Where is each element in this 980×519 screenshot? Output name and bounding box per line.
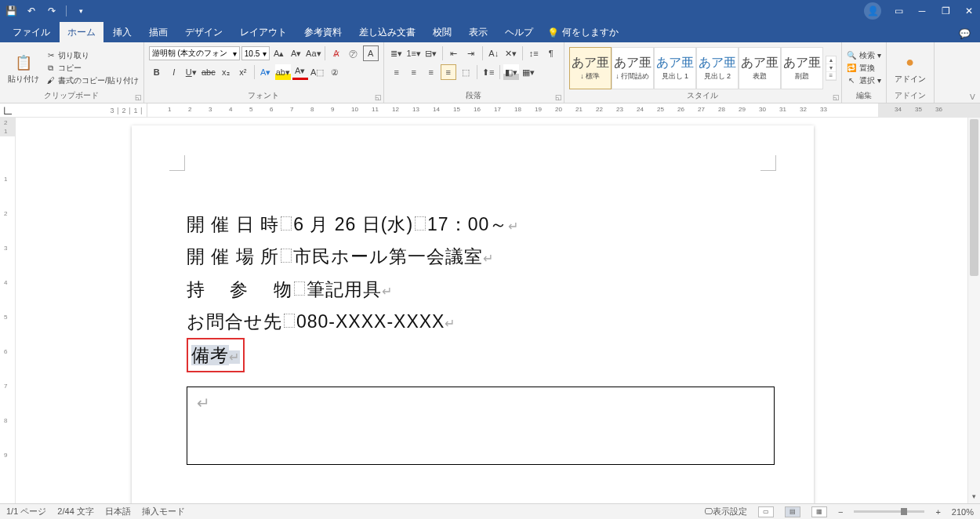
vertical-scrollbar[interactable]: ▴ ▾ — [967, 118, 980, 503]
close-icon[interactable]: ✕ — [963, 5, 975, 17]
tab-review[interactable]: 校閲 — [425, 22, 459, 42]
doc-line[interactable]: 備考↵ — [187, 338, 759, 372]
paragraph-launcher-icon[interactable]: ◱ — [555, 93, 562, 101]
tab-insert[interactable]: 挿入 — [105, 22, 140, 42]
char-shading-icon[interactable]: A⬚ — [310, 64, 325, 80]
style-card[interactable]: あア亜見出し 2 — [696, 47, 739, 89]
save-icon[interactable]: 💾 — [5, 5, 17, 17]
font-family-combo[interactable]: 游明朝 (本文のフォン▾ — [149, 46, 240, 60]
customize-qat-icon[interactable]: ▾ — [74, 5, 87, 17]
superscript-button[interactable]: x² — [235, 64, 251, 80]
status-page[interactable]: 1/1 ページ — [6, 506, 46, 517]
paste-button[interactable]: 📋 貼り付け — [5, 50, 42, 86]
web-layout-icon[interactable]: ▦ — [811, 506, 827, 517]
shrink-font-icon[interactable]: A▾ — [289, 45, 304, 61]
align-center-icon[interactable]: ≡ — [406, 64, 422, 80]
tab-design[interactable]: デザイン — [177, 22, 230, 42]
status-words[interactable]: 2/44 文字 — [57, 506, 93, 517]
read-mode-icon[interactable]: ▭ — [758, 506, 774, 517]
subscript-button[interactable]: x₂ — [218, 64, 234, 80]
align-justify-icon[interactable]: ≡ — [441, 64, 456, 80]
status-language[interactable]: 日本語 — [105, 506, 131, 517]
collapse-ribbon-icon[interactable]: ᐯ — [970, 93, 975, 101]
style-card[interactable]: あア亜副題 — [781, 47, 823, 89]
phonetic-icon[interactable]: ㋐ — [346, 45, 361, 61]
minimize-icon[interactable]: ─ — [916, 5, 928, 17]
clipboard-launcher-icon[interactable]: ◱ — [135, 93, 142, 101]
redo-icon[interactable]: ↷ — [45, 5, 58, 17]
scroll-down-icon[interactable]: ▾ — [968, 492, 980, 503]
doc-line[interactable]: 持 参 物筆記用具↵ — [187, 274, 759, 306]
zoom-slider[interactable] — [854, 510, 924, 513]
text-effects-icon[interactable]: A▾ — [258, 64, 274, 80]
distribute-icon[interactable]: ⬚ — [458, 64, 474, 80]
restore-icon[interactable]: ❐ — [939, 5, 952, 17]
clear-format-icon[interactable]: A̷ — [328, 45, 344, 61]
text-frame[interactable]: ↵ — [187, 387, 775, 465]
tab-references[interactable]: 参考資料 — [296, 22, 350, 42]
asian-layout-icon[interactable]: ✕▾ — [503, 45, 519, 61]
undo-icon[interactable]: ↶ — [25, 5, 38, 17]
account-icon[interactable]: 👤 — [864, 2, 881, 20]
underline-button[interactable]: U▾ — [183, 64, 199, 80]
tab-draw[interactable]: 描画 — [141, 22, 176, 42]
format-painter-button[interactable]: 🖌書式のコピー/貼り付け — [45, 75, 139, 86]
find-button[interactable]: 🔍検索▾ — [847, 50, 881, 61]
indent-dec-icon[interactable]: ⇤ — [446, 45, 462, 61]
align-right-icon[interactable]: ≡ — [423, 64, 439, 80]
sort-icon[interactable]: A↓ — [486, 45, 502, 61]
show-marks-icon[interactable]: ¶ — [543, 45, 559, 61]
tab-selector-icon[interactable]: ∟ — [0, 103, 16, 117]
zoom-out-icon[interactable]: − — [838, 507, 843, 517]
italic-button[interactable]: I — [166, 64, 182, 80]
indent-top-icon[interactable]: ⬆≡ — [481, 64, 496, 80]
tab-help[interactable]: ヘルプ — [497, 22, 541, 42]
tab-layout[interactable]: レイアウト — [232, 22, 295, 42]
numbering-icon[interactable]: 1≡▾ — [406, 45, 422, 61]
styles-launcher-icon[interactable]: ◱ — [833, 93, 840, 101]
copy-button[interactable]: ⧉コピー — [45, 63, 139, 74]
doc-line[interactable]: 開 催 日 時6 月 26 日(水)17：00～↵ — [187, 209, 759, 241]
font-size-combo[interactable]: 10.5▾ — [241, 46, 270, 60]
share-icon[interactable]: 💬 — [959, 28, 971, 39]
align-left-icon[interactable]: ≡ — [389, 64, 405, 80]
bold-button[interactable]: B — [149, 64, 165, 80]
indent-inc-icon[interactable]: ⇥ — [463, 45, 479, 61]
tell-me[interactable]: 💡 何をしますか — [547, 26, 619, 42]
highlight-icon[interactable]: ab▾ — [275, 64, 291, 80]
vertical-ruler[interactable]: 21123456789 — [0, 118, 16, 503]
multilevel-icon[interactable]: ⊟▾ — [423, 45, 439, 61]
select-button[interactable]: ↖選択▾ — [847, 75, 881, 86]
borders-icon[interactable]: ▦▾ — [521, 64, 536, 80]
doc-line[interactable]: お問合せ先080-XXXX-XXXX↵ — [187, 306, 759, 338]
status-mode[interactable]: 挿入モード — [142, 506, 185, 517]
display-settings-button[interactable]: 🖵表示設定 — [704, 506, 747, 517]
enclose-char-icon[interactable]: ② — [327, 64, 343, 80]
tab-file[interactable]: ファイル — [5, 22, 58, 42]
zoom-level[interactable]: 210% — [952, 507, 974, 517]
char-border-icon[interactable]: A — [363, 45, 379, 61]
zoom-knob[interactable] — [901, 508, 907, 515]
print-layout-icon[interactable]: ▤ — [785, 506, 800, 517]
horizontal-ruler[interactable]: 1234567891011121314151617181920212223242… — [147, 103, 980, 117]
style-card[interactable]: あア亜↓ 標準 — [569, 47, 612, 89]
style-gallery-more[interactable]: ▴▾≡ — [826, 56, 837, 81]
style-card[interactable]: あア亜見出し 1 — [654, 47, 696, 89]
replace-button[interactable]: 🔁置換 — [847, 63, 881, 74]
tab-view[interactable]: 表示 — [461, 22, 495, 42]
document-page[interactable]: 開 催 日 時6 月 26 日(水)17：00～↵ 開 催 場 所市民ホール第一… — [132, 125, 814, 519]
zoom-in-icon[interactable]: + — [935, 507, 940, 517]
doc-line[interactable]: 開 催 場 所市民ホール第一会議室↵ — [187, 241, 759, 273]
tab-home[interactable]: ホーム — [60, 22, 103, 42]
strike-button[interactable]: abc — [201, 64, 216, 80]
tab-mailings[interactable]: 差し込み文書 — [351, 22, 423, 42]
scrollbar-thumb[interactable] — [970, 119, 978, 276]
font-launcher-icon[interactable]: ◱ — [375, 93, 382, 101]
line-spacing-icon[interactable]: ↕≡ — [526, 45, 542, 61]
font-color-icon[interactable]: A▾ — [292, 64, 308, 80]
ribbon-display-icon[interactable]: ▭ — [892, 5, 905, 17]
change-case-icon[interactable]: Aa▾ — [306, 45, 321, 61]
style-card[interactable]: あア亜↓ 行間詰め — [612, 47, 654, 89]
addins-button[interactable]: ● アドイン — [891, 50, 929, 86]
style-card[interactable]: あア亜表題 — [739, 47, 781, 89]
